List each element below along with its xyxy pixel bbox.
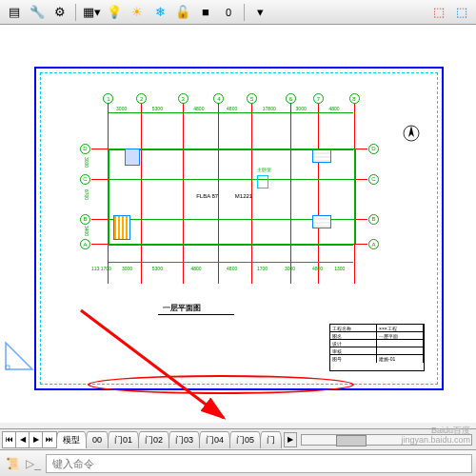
dimension: 4800 (328, 106, 339, 111)
dimension: 4800 (312, 266, 323, 271)
tab-nav-buttons: ⏮ ◀ ▶ ⏭ (2, 431, 57, 448)
grid-bubble: 8 (349, 93, 360, 104)
layout-tab[interactable]: 门02 (138, 431, 169, 448)
opening (125, 149, 140, 166)
grid-bubble: B (368, 214, 379, 225)
dimension: 3000 (285, 266, 295, 271)
layer-zero[interactable]: 0 (218, 3, 239, 22)
wrench-icon[interactable]: 🔧 (27, 3, 48, 22)
command-history-icon[interactable]: 📜 (4, 455, 21, 472)
color-swatch-icon[interactable]: ■ (195, 3, 216, 22)
separator (244, 4, 245, 21)
tab-next-icon[interactable]: ▶ (30, 432, 43, 447)
dimension: 3000 (116, 106, 127, 111)
title-underline (158, 314, 234, 315)
dimension: 1300 (334, 266, 345, 271)
grid-bubble: 4 (213, 93, 224, 104)
grid-bubble: C (80, 174, 90, 185)
dimension: 1700 (257, 266, 268, 271)
layout-tab[interactable]: 门01 (108, 431, 139, 448)
floorplan: 1 2 3 4 5 6 7 8 A B C D A B C D (91, 103, 367, 284)
dimension: 4800 (190, 266, 201, 271)
tab-scroll-icon[interactable]: ▶ (284, 432, 297, 447)
command-bar: 📜 ▷_ (0, 449, 476, 476)
grid-bubble: 6 (286, 93, 296, 104)
dimension: 3000 (122, 266, 132, 271)
main-toolbar: ▤ 🔧 ⚙ ▦▾ 💡 ☀ ❄ 🔓 ■ 0 ▾ ⬚ ⬚ (0, 0, 476, 25)
opening (312, 215, 331, 228)
layout-tab[interactable]: 门05 (229, 431, 261, 448)
opening (312, 149, 331, 163)
watermark: Baidu百度 jingyan.baidu.com (401, 426, 470, 446)
separator (75, 4, 76, 21)
match-props-icon[interactable]: ⬚ (428, 3, 449, 22)
dimension: 3000 (296, 106, 307, 111)
grid-bubble: 7 (313, 93, 324, 104)
dimension: 5300 (152, 266, 163, 271)
sun-icon[interactable]: ☀ (127, 3, 148, 22)
command-input[interactable] (46, 454, 472, 473)
settings-icon[interactable]: ⚙ (50, 3, 70, 22)
dimension: 6700 (84, 189, 89, 200)
tab-prev-icon[interactable]: ◀ (16, 432, 30, 447)
grid-bubble: D (368, 144, 379, 154)
layout-tab[interactable]: 门03 (169, 431, 200, 448)
tab-model[interactable]: 模型 (56, 431, 87, 448)
layer-properties-icon[interactable]: ▤ (4, 3, 25, 22)
grid-bubble: 2 (136, 93, 147, 104)
drawing-area[interactable]: 1 2 3 4 5 6 7 8 A B C D A B C D (0, 25, 476, 423)
grid-bubble: 3 (178, 93, 188, 104)
layout-tab[interactable]: 门04 (199, 431, 230, 448)
lock-icon[interactable]: 🔓 (172, 3, 193, 22)
dimension: 5300 (152, 106, 163, 111)
lightbulb-icon[interactable]: 💡 (104, 3, 125, 22)
dimension: 4800 (227, 266, 237, 271)
room-label: FLBA 87 (196, 193, 218, 199)
layout-tab[interactable]: 门 (260, 431, 282, 448)
triangle-icon (4, 339, 36, 371)
freeze-icon[interactable]: ❄ (149, 3, 170, 22)
dimension: 4800 (227, 106, 237, 111)
grid-bubble: 5 (247, 93, 257, 104)
stair (113, 215, 130, 240)
grid-bubble: B (80, 214, 90, 225)
layer-dropdown-icon[interactable]: ▦▾ (81, 3, 102, 22)
grid-bubble: D (80, 144, 90, 154)
tab-first-icon[interactable]: ⏮ (3, 432, 16, 447)
dimension: 113 1700 (91, 266, 111, 271)
grid-bubble: 1 (103, 93, 113, 104)
layer-state-icon[interactable]: ▾ (249, 3, 270, 22)
command-prompt-icon[interactable]: ▷_ (25, 455, 42, 472)
titleblock: 工程名称×××工程 图名一层平面 设计 审核 图号建施-01 (329, 324, 425, 371)
drawing-title: 一层平面图 (163, 303, 201, 313)
opening (257, 175, 268, 188)
north-compass-icon (402, 124, 421, 143)
room-label: M1221 (235, 193, 252, 199)
layout-tab[interactable]: 00 (86, 431, 109, 448)
dimension: 17800 (263, 106, 276, 111)
dimension: 3400 (84, 226, 89, 236)
dimension: 3000 (84, 157, 89, 168)
dimension: 4800 (193, 106, 204, 111)
room-label: 主卧室 (257, 167, 271, 172)
layer-iso-icon[interactable]: ⬚ (451, 3, 472, 22)
tab-last-icon[interactable]: ⏭ (43, 432, 56, 447)
grid-bubble: C (368, 174, 379, 185)
sheet-layout: 1 2 3 4 5 6 7 8 A B C D A B C D (34, 67, 444, 390)
